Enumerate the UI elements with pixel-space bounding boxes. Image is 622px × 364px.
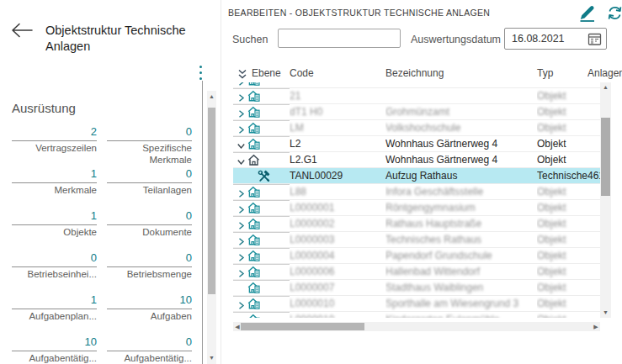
bezeichnung-cell[interactable] [385, 82, 537, 87]
code-cell[interactable]: dT1 H0 [290, 104, 385, 119]
table-row[interactable] [233, 82, 600, 88]
anlage-cell[interactable] [587, 120, 600, 135]
code-cell[interactable]: TANL00029 [290, 168, 385, 183]
anlage-cell[interactable] [587, 88, 600, 103]
column-header-anlage[interactable]: Anlagen [587, 67, 622, 79]
table-row[interactable]: L0000002Rathaus HauptstraßeObjekt [233, 216, 600, 232]
expand-chevron-icon[interactable] [237, 187, 246, 197]
expand-chevron-icon[interactable] [237, 124, 246, 133]
typ-cell[interactable]: Objekt [537, 104, 587, 119]
stat-tile[interactable]: 2Vertragszeilen [12, 125, 97, 167]
expand-chevron-icon[interactable] [237, 82, 246, 85]
typ-cell[interactable]: Objekt [537, 312, 587, 318]
column-header-ebene[interactable]: Ebene [252, 67, 281, 79]
anlage-cell[interactable]: 461. [587, 168, 600, 183]
code-cell[interactable]: L0000010 [290, 312, 385, 318]
typ-cell[interactable]: Objekt [537, 200, 587, 215]
typ-cell[interactable]: Objekt [537, 264, 587, 279]
table-row[interactable]: L0000007Stadthaus WaiblingenObjekt [233, 280, 600, 296]
more-options-icon[interactable] [196, 62, 205, 84]
left-scrollbar[interactable]: ▲ ▼ [207, 91, 216, 364]
code-cell[interactable]: L0000003 [290, 232, 385, 247]
stat-tile[interactable]: 0Dokumente [107, 209, 192, 251]
stat-tile[interactable]: 10Aufgaben [107, 293, 192, 335]
table-row[interactable]: L2.G1Wohnhaus Gärtnerweg 4Objekt [233, 152, 600, 168]
edit-pencil-icon[interactable] [577, 3, 597, 24]
calendar-icon[interactable] [587, 32, 602, 46]
bezeichnung-cell[interactable]: Aufzug Rathaus [385, 168, 537, 183]
bezeichnung-cell[interactable]: Volkshochschule [385, 120, 537, 135]
anlage-cell[interactable] [587, 152, 600, 167]
expand-chevron-icon[interactable] [237, 299, 246, 309]
collapse-chevron-icon[interactable] [237, 156, 246, 165]
bezeichnung-cell[interactable]: Hallenbad Wittendorf [385, 264, 537, 279]
code-cell[interactable]: L2 [290, 136, 385, 151]
anlage-cell[interactable] [587, 280, 600, 295]
code-cell[interactable] [290, 82, 385, 87]
typ-cell[interactable]: Objekt [537, 232, 587, 247]
bezeichnung-cell[interactable]: Sporthalle am Wiesengrund 3 [385, 296, 537, 311]
anlage-cell[interactable] [587, 82, 600, 87]
table-row[interactable]: L0000010Sporthalle am Wiesengrund 3Objek… [233, 296, 600, 312]
anlage-cell[interactable] [587, 136, 600, 151]
typ-cell[interactable]: Objekt [537, 280, 587, 295]
code-cell[interactable]: L0000010 [290, 296, 385, 311]
typ-cell[interactable]: Objekt [537, 152, 587, 167]
table-row[interactable]: L2Wohnhaus Gärtnerweg 4Objekt [233, 136, 600, 152]
table-scroll-down-icon[interactable]: ▼ [600, 309, 611, 317]
anlage-cell[interactable] [587, 248, 600, 263]
expand-chevron-icon[interactable] [237, 203, 246, 213]
table-row[interactable]: dT1 H0GrohmünzamtObjekt [233, 104, 600, 120]
column-header-code[interactable]: Code [290, 67, 314, 79]
stat-tile[interactable]: 1Aufgabenplan... [12, 293, 97, 335]
bezeichnung-cell[interactable]: Technisches Rathaus [385, 232, 537, 247]
bezeichnung-cell[interactable]: Infora Geschäftsstelle [385, 184, 537, 199]
typ-cell[interactable]: Objekt [537, 216, 587, 231]
table-vertical-thumb[interactable] [601, 118, 610, 196]
stat-tile[interactable]: 10Aufgabentätig... [12, 335, 97, 364]
refresh-icon[interactable] [606, 4, 622, 24]
evaluation-date-value[interactable]: 16.08.2021 [512, 33, 565, 45]
scroll-down-icon[interactable]: ▼ [207, 354, 216, 362]
code-cell[interactable]: L88 [290, 184, 385, 199]
bezeichnung-cell[interactable]: Röntgengymnasium [385, 200, 537, 215]
column-header-bezeichnung[interactable]: Bezeichnung [385, 67, 444, 79]
code-cell[interactable]: L2.G1 [290, 152, 385, 167]
typ-cell[interactable] [537, 82, 587, 87]
code-cell[interactable]: L0000001 [290, 200, 385, 215]
typ-cell[interactable]: Objekt [537, 136, 587, 151]
table-row[interactable]: L88Infora GeschäftsstelleObjekt [233, 184, 600, 200]
stat-tile[interactable]: 0Spezifische Merkmale [107, 125, 192, 167]
bezeichnung-cell[interactable]: Wohnhaus Gärtnerweg 4 [385, 152, 537, 167]
code-cell[interactable]: L0000002 [290, 216, 385, 231]
code-cell[interactable]: L0000004 [290, 248, 385, 263]
bezeichnung-cell[interactable]: Papendorf Grundschule [385, 248, 537, 263]
expand-chevron-icon[interactable] [237, 92, 246, 101]
stat-tile[interactable]: 1Merkmale [12, 167, 97, 209]
left-scrollbar-thumb[interactable] [208, 108, 215, 294]
anlage-cell[interactable] [587, 104, 600, 119]
code-cell[interactable]: L0000007 [290, 280, 385, 295]
expand-chevron-icon[interactable] [237, 219, 246, 229]
scroll-up-icon[interactable]: ▲ [207, 92, 216, 101]
table-row[interactable]: L0000003Technisches RathausObjekt [233, 232, 600, 248]
stat-tile[interactable]: 0Betriebsmenge [107, 251, 192, 293]
column-header-typ[interactable]: Typ [537, 67, 553, 79]
table-row[interactable]: L0000004Papendorf GrundschuleObjekt [233, 248, 600, 264]
anlage-cell[interactable] [587, 232, 600, 247]
expand-chevron-icon[interactable] [237, 251, 246, 261]
bezeichnung-cell[interactable] [385, 88, 537, 103]
evaluation-date-field[interactable]: 16.08.2021 [504, 28, 607, 50]
typ-cell[interactable]: Objekt [537, 296, 587, 311]
typ-cell[interactable]: Objekt [537, 88, 587, 103]
table-scroll-up-icon[interactable]: ▲ [600, 83, 611, 92]
table-horizontal-thumb[interactable] [241, 323, 364, 330]
table-row[interactable]: L0000010Kindergarten EulenmühleObjekt [233, 312, 600, 318]
expand-chevron-icon[interactable] [237, 267, 246, 277]
expand-chevron-icon[interactable] [237, 235, 246, 245]
search-input[interactable] [278, 29, 401, 48]
stat-tile[interactable]: 0Aufgabentätig... [107, 335, 192, 364]
expand-chevron-icon[interactable] [237, 315, 246, 318]
code-cell[interactable]: LM [290, 120, 385, 135]
bezeichnung-cell[interactable]: Wohnhaus Gärtnerweg 4 [385, 136, 537, 151]
